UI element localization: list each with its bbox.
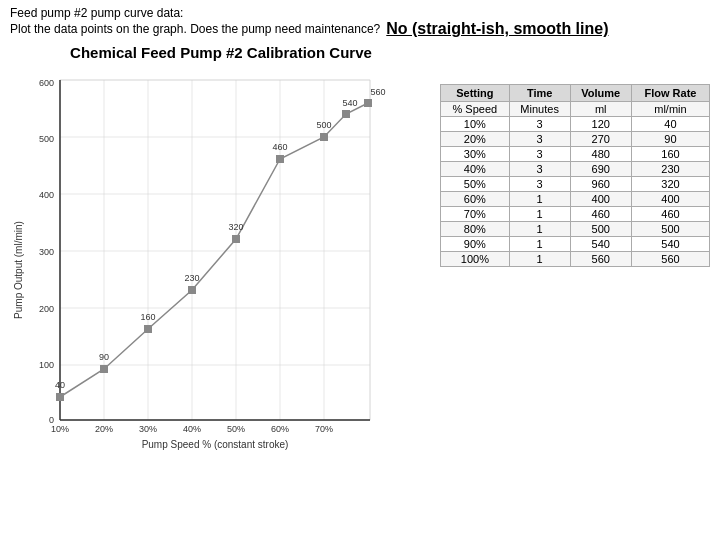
col-subheader-setting: % Speed: [441, 102, 510, 117]
table-row: 100%1560560: [441, 252, 710, 267]
table-cell-setting: 50%: [441, 177, 510, 192]
svg-rect-34: [56, 393, 64, 401]
svg-rect-36: [144, 325, 152, 333]
col-subheader-volume: ml: [570, 102, 631, 117]
table-row: 50%3960320: [441, 177, 710, 192]
svg-text:230: 230: [184, 273, 199, 283]
col-subheader-time: Minutes: [509, 102, 570, 117]
svg-text:600: 600: [39, 78, 54, 88]
svg-rect-37: [188, 286, 196, 294]
table-cell-volume: 460: [570, 207, 631, 222]
chart-svg: 0 100 200 300 400 500 600 10% 20% 30% 40…: [10, 65, 400, 485]
table-cell-flow_rate: 560: [631, 252, 709, 267]
table-cell-volume: 960: [570, 177, 631, 192]
col-header-setting: Setting: [441, 85, 510, 102]
answer-text: No (straight-ish, smooth line): [386, 20, 608, 38]
svg-rect-35: [100, 365, 108, 373]
table-cell-flow_rate: 540: [631, 237, 709, 252]
table-cell-time: 1: [509, 207, 570, 222]
table-cell-volume: 400: [570, 192, 631, 207]
table-cell-flow_rate: 460: [631, 207, 709, 222]
svg-text:Pump Output (ml/min): Pump Output (ml/min): [13, 221, 24, 319]
svg-text:90: 90: [99, 352, 109, 362]
svg-text:500: 500: [316, 120, 331, 130]
table-cell-flow_rate: 40: [631, 117, 709, 132]
table-cell-flow_rate: 500: [631, 222, 709, 237]
svg-text:400: 400: [39, 190, 54, 200]
svg-rect-38: [232, 235, 240, 243]
svg-text:Pump Speed % (constant stroke): Pump Speed % (constant stroke): [142, 439, 289, 450]
svg-rect-40: [320, 133, 328, 141]
table-cell-time: 1: [509, 222, 570, 237]
header-line2: Plot the data points on the graph. Does …: [10, 20, 710, 38]
svg-rect-39: [276, 155, 284, 163]
header-line2-text: Plot the data points on the graph. Does …: [10, 22, 380, 36]
table-cell-flow_rate: 400: [631, 192, 709, 207]
table-cell-volume: 540: [570, 237, 631, 252]
table-cell-time: 3: [509, 117, 570, 132]
svg-text:10%: 10%: [51, 424, 69, 434]
table-cell-volume: 480: [570, 147, 631, 162]
svg-text:540: 540: [342, 98, 357, 108]
table-cell-setting: 30%: [441, 147, 510, 162]
table-cell-setting: 80%: [441, 222, 510, 237]
table-row: 10%312040: [441, 117, 710, 132]
header-line1: Feed pump #2 pump curve data:: [10, 6, 710, 20]
header: Feed pump #2 pump curve data: Plot the d…: [0, 0, 720, 40]
table-cell-setting: 100%: [441, 252, 510, 267]
svg-text:60%: 60%: [271, 424, 289, 434]
table-cell-flow_rate: 160: [631, 147, 709, 162]
table-cell-time: 3: [509, 132, 570, 147]
svg-rect-41: [342, 110, 350, 118]
svg-text:160: 160: [140, 312, 155, 322]
table-cell-time: 3: [509, 177, 570, 192]
svg-text:50%: 50%: [227, 424, 245, 434]
svg-text:560: 560: [370, 87, 385, 97]
svg-text:100: 100: [39, 360, 54, 370]
table-row: 40%3690230: [441, 162, 710, 177]
col-header-volume: Volume: [570, 85, 631, 102]
table-row: 60%1400400: [441, 192, 710, 207]
chart-area: Chemical Feed Pump #2 Calibration Curve: [10, 44, 432, 485]
svg-text:30%: 30%: [139, 424, 157, 434]
table-row: 30%3480160: [441, 147, 710, 162]
table-cell-time: 1: [509, 237, 570, 252]
table-cell-setting: 60%: [441, 192, 510, 207]
table-row: 70%1460460: [441, 207, 710, 222]
col-header-time: Time: [509, 85, 570, 102]
table-cell-time: 1: [509, 192, 570, 207]
data-table: Setting Time Volume Flow Rate % Speed Mi…: [440, 84, 710, 267]
table-cell-setting: 90%: [441, 237, 510, 252]
table-area: Setting Time Volume Flow Rate % Speed Mi…: [440, 84, 710, 485]
table-cell-time: 1: [509, 252, 570, 267]
svg-text:300: 300: [39, 247, 54, 257]
svg-text:20%: 20%: [95, 424, 113, 434]
table-cell-setting: 40%: [441, 162, 510, 177]
table-cell-setting: 70%: [441, 207, 510, 222]
table-cell-volume: 690: [570, 162, 631, 177]
table-row: 90%1540540: [441, 237, 710, 252]
table-cell-volume: 120: [570, 117, 631, 132]
table-cell-setting: 20%: [441, 132, 510, 147]
table-cell-time: 3: [509, 147, 570, 162]
table-row: 20%327090: [441, 132, 710, 147]
table-cell-volume: 500: [570, 222, 631, 237]
chart-container: 0 100 200 300 400 500 600 10% 20% 30% 40…: [10, 65, 400, 485]
col-subheader-flowrate: ml/min: [631, 102, 709, 117]
table-row: 80%1500500: [441, 222, 710, 237]
svg-text:70%: 70%: [315, 424, 333, 434]
col-header-flowrate: Flow Rate: [631, 85, 709, 102]
table-cell-time: 3: [509, 162, 570, 177]
svg-text:40%: 40%: [183, 424, 201, 434]
svg-text:320: 320: [228, 222, 243, 232]
svg-text:460: 460: [272, 142, 287, 152]
table-cell-volume: 560: [570, 252, 631, 267]
chart-title: Chemical Feed Pump #2 Calibration Curve: [10, 44, 432, 61]
table-cell-flow_rate: 320: [631, 177, 709, 192]
svg-rect-42: [364, 99, 372, 107]
table-cell-flow_rate: 90: [631, 132, 709, 147]
table-cell-setting: 10%: [441, 117, 510, 132]
svg-text:40: 40: [55, 380, 65, 390]
main-content: Chemical Feed Pump #2 Calibration Curve: [0, 40, 720, 489]
table-cell-flow_rate: 230: [631, 162, 709, 177]
